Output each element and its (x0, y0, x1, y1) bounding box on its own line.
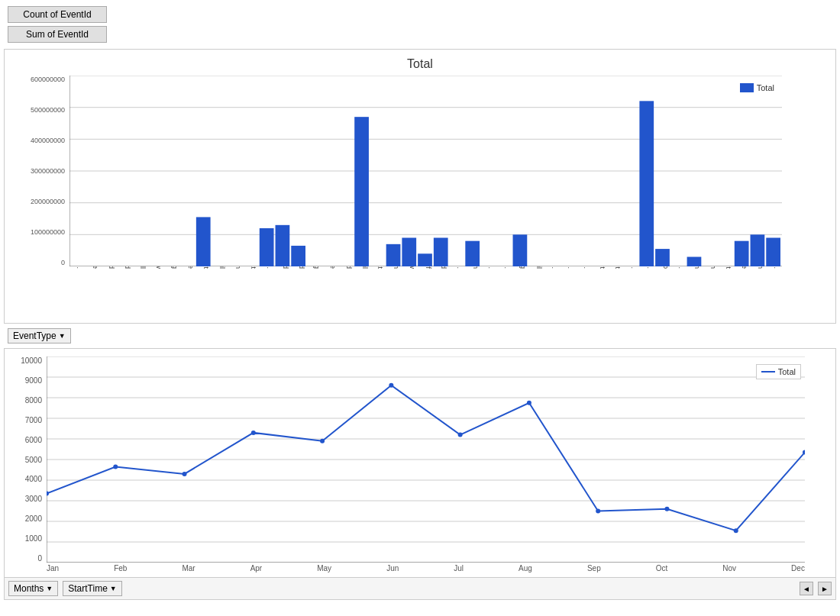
x-axis-label: Aug (519, 564, 532, 572)
svg-point-121 (734, 528, 738, 533)
dropdown-arrow-icon: ▼ (59, 332, 66, 340)
svg-text:Dust Storm: Dust Storm (234, 266, 242, 269)
svg-text:Dense Smoke: Dense Smoke (187, 266, 195, 269)
svg-text:Extreme...: Extreme... (266, 266, 273, 269)
y-axis-label: 10000 (12, 356, 42, 365)
y-axis-label: 5000 (12, 456, 42, 464)
start-time-dropdown-button[interactable]: StartTime ▼ (63, 581, 121, 596)
svg-text:Rip Current: Rip Current (599, 266, 606, 269)
svg-point-117 (458, 433, 463, 437)
top-buttons: Count of EventId Sum of EventId (0, 0, 840, 49)
svg-text:Heavy Rain: Heavy Rain (393, 266, 400, 269)
scroll-right-button[interactable]: ► (818, 582, 832, 595)
months-dropdown-button[interactable]: Months ▼ (8, 581, 58, 596)
svg-rect-22 (291, 246, 305, 266)
event-type-label: EventType (13, 331, 57, 341)
svg-text:Excessive Heat: Excessive Heat (250, 266, 257, 269)
svg-rect-31 (434, 238, 448, 267)
svg-text:Marine High...: Marine High... (551, 266, 558, 269)
svg-text:Tropical Storm: Tropical Storm (693, 266, 701, 269)
x-axis-label: Apr (250, 564, 263, 572)
sum-eventid-button[interactable]: Sum of EventId (8, 26, 107, 43)
x-axis-label: Feb (114, 564, 127, 572)
svg-rect-30 (418, 253, 432, 266)
svg-rect-36 (513, 234, 528, 266)
svg-text:Flash Flood: Flash Flood (282, 266, 289, 269)
svg-rect-47 (687, 257, 702, 267)
svg-text:Waterspout: Waterspout (725, 266, 732, 269)
y-axis-label: 6000 (12, 436, 42, 444)
months-dropdown-arrow-icon: ▼ (46, 585, 53, 592)
svg-text:Flood: Flood (298, 266, 305, 269)
svg-text:Heavy Snow: Heavy Snow (409, 266, 416, 269)
x-axis-label: Dec (791, 564, 805, 572)
svg-rect-45 (655, 249, 670, 266)
y-axis-label: 3000 (12, 495, 42, 503)
svg-text:Hail: Hail (361, 266, 369, 269)
x-axis-label: Jul (454, 564, 464, 572)
svg-text:Drought: Drought (202, 266, 210, 269)
svg-text:Tornado: Tornado (662, 266, 670, 269)
event-type-dropdown-button[interactable]: EventType ▼ (8, 328, 71, 343)
svg-text:Marine...: Marine... (583, 266, 590, 269)
svg-text:Heat: Heat (376, 266, 384, 269)
svg-text:Volcanic Ash: Volcanic Ash (709, 266, 717, 269)
svg-point-120 (664, 507, 669, 511)
svg-text:Funnel Cloud: Funnel Cloud (345, 266, 353, 269)
svg-point-113 (183, 472, 187, 476)
svg-point-119 (596, 509, 600, 514)
svg-text:Marine Hail: Marine Hail (535, 266, 543, 269)
svg-point-115 (320, 439, 325, 443)
bottom-controls: Months ▼ StartTime ▼ ◄ ► (5, 577, 835, 599)
y-axis-label: 100000000 (12, 228, 65, 236)
svg-point-112 (113, 464, 118, 469)
count-eventid-button[interactable]: Count of EventId (8, 6, 107, 23)
y-axis-label: 600000000 (12, 76, 65, 83)
svg-rect-44 (639, 101, 654, 266)
y-axis-label: 7000 (12, 416, 42, 424)
svg-point-118 (527, 401, 531, 405)
y-axis-label: 8000 (12, 396, 42, 405)
start-time-label: StartTime (68, 583, 108, 594)
svg-text:Lakeshore...: Lakeshore... (503, 266, 511, 269)
svg-text:High Wind: High Wind (440, 266, 447, 269)
svg-rect-26 (354, 117, 369, 266)
svg-text:Lightning: Lightning (519, 266, 527, 269)
svg-rect-28 (386, 244, 401, 266)
months-label: Months (14, 583, 44, 594)
line-chart-area: 0 1000 2000 3000 4000 5000 6000 7000 800… (4, 348, 836, 600)
svg-text:Storm...: Storm... (630, 266, 638, 269)
svg-text:Debris Flow: Debris Flow (155, 266, 163, 269)
event-type-filter: EventType ▼ (8, 328, 832, 343)
x-axis-label: Oct (656, 564, 668, 572)
bar-chart-area: Total 0 100000000 200000000 300000000 40… (4, 49, 836, 324)
scroll-left-button[interactable]: ◄ (800, 582, 813, 595)
svg-text:Dust Devil: Dust Devil (218, 266, 226, 269)
svg-rect-20 (260, 228, 274, 266)
svg-rect-33 (465, 241, 480, 266)
svg-text:Marine Strong...: Marine Strong... (567, 266, 574, 269)
x-axis-label: Jun (386, 564, 399, 572)
svg-text:High Surf: High Surf (425, 266, 432, 269)
svg-rect-21 (276, 225, 290, 266)
svg-text:Cold/Wind Chill: Cold/Wind Chill (139, 266, 147, 269)
svg-text:Thunderstorm...: Thunderstorm... (646, 266, 654, 269)
svg-rect-16 (196, 217, 211, 266)
svg-text:Tropical...: Tropical... (677, 266, 685, 269)
svg-text:Lake-Effect...: Lake-Effect... (487, 266, 495, 269)
x-axis-label: Mar (182, 564, 195, 572)
y-axis-label: 200000000 (12, 198, 65, 205)
y-axis-label: 9000 (12, 376, 42, 385)
start-time-dropdown-arrow-icon: ▼ (110, 585, 117, 592)
svg-text:Hurricane...: Hurricane... (456, 266, 464, 269)
svg-text:Wildfire: Wildfire (741, 266, 748, 269)
svg-rect-29 (402, 238, 416, 267)
y-axis-label: 1000 (12, 534, 42, 543)
y-axis-label: 4000 (12, 475, 42, 483)
x-axis-label: Jan (47, 564, 59, 572)
y-axis-label: 0 (12, 259, 65, 266)
svg-text:Coastal Flood: Coastal Flood (124, 266, 131, 269)
svg-rect-52 (766, 238, 780, 267)
svg-text:Blizzard: Blizzard (108, 266, 115, 269)
x-axis-label: May (317, 564, 331, 572)
